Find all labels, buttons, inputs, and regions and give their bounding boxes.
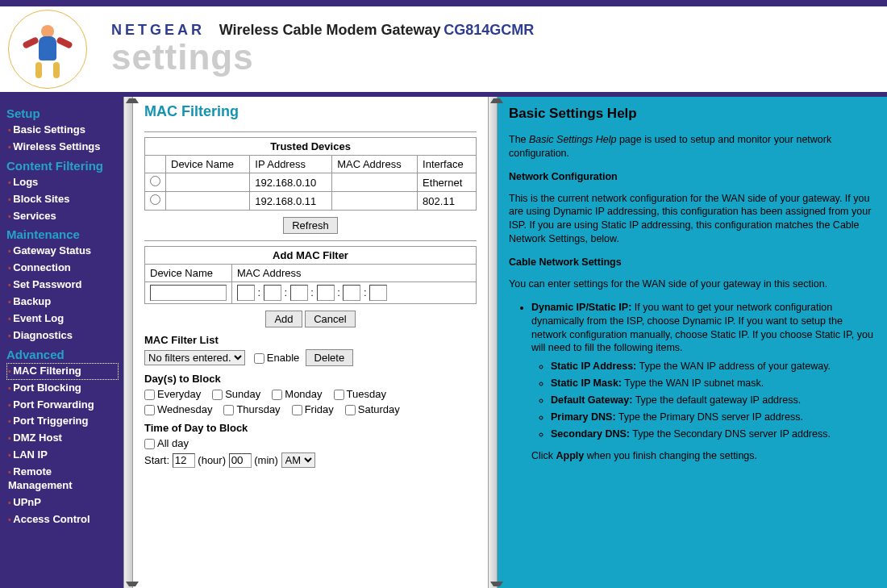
refresh-button[interactable]: Refresh [283, 217, 338, 234]
sidebar-item-block-sites[interactable]: Block Sites [6, 191, 119, 208]
add-button[interactable]: Add [265, 311, 302, 327]
sidebar-item-basic-settings[interactable]: Basic Settings [6, 122, 119, 139]
help-li-dynamic: Dynamic IP/Static IP: If you want to get… [531, 301, 874, 441]
day-tuesday-checkbox[interactable] [334, 390, 344, 400]
col-add-devname: Device Name [145, 265, 232, 282]
sidebar-item-set-password[interactable]: Set Password [6, 277, 119, 294]
main-content: MAC Filtering Trusted Devices Device Nam… [133, 97, 488, 588]
top-purple-bar [0, 0, 887, 6]
day-everyday-checkbox[interactable] [144, 390, 155, 400]
trusted-devices-table: Trusted Devices Device Name IP Address M… [144, 137, 477, 211]
sidebar-item-mac-filtering[interactable]: MAC Filtering [6, 363, 119, 380]
day-friday-checkbox[interactable] [292, 405, 302, 415]
sidebar-item-port-triggering[interactable]: Port Triggering [6, 413, 119, 430]
sidebar-item-event-log[interactable]: Event Log [6, 311, 119, 327]
mac-input-2[interactable] [264, 285, 281, 301]
trusted-title: Trusted Devices [145, 138, 477, 156]
add-filter-title: Add MAC Filter [145, 247, 477, 265]
sidebar-item-services[interactable]: Services [6, 208, 119, 225]
sidebar: SetupBasic SettingsWireless SettingsCont… [0, 97, 123, 588]
col-mac: MAC Address [332, 156, 418, 173]
day-monday-checkbox[interactable] [272, 390, 282, 400]
col-interface: Interface [418, 156, 477, 173]
page-title: MAC Filtering [144, 103, 477, 120]
start-ampm-select[interactable]: AM [281, 452, 315, 468]
day-saturday-checkbox[interactable] [345, 405, 356, 415]
sidebar-item-connection[interactable]: Connection [6, 260, 119, 277]
cancel-button[interactable]: Cancel [305, 311, 355, 327]
sidebar-item-gateway-status[interactable]: Gateway Status [6, 243, 119, 260]
table-row: 192.168.0.11 802.11 [145, 192, 477, 211]
mac-input-5[interactable] [343, 285, 360, 301]
scroll-divider-right[interactable] [488, 97, 498, 588]
help-netconf-heading: Network Configuration [509, 170, 874, 184]
sidebar-item-logs[interactable]: Logs [6, 174, 119, 191]
enable-checkbox[interactable] [254, 353, 264, 364]
page-subtitle: settings [111, 37, 887, 77]
table-row: 192.168.0.10 Ethernet [145, 173, 477, 192]
help-intro: The Basic Settings Help page is used to … [509, 133, 874, 161]
help-cable-heading: Cable Network Settings [509, 256, 874, 269]
day-wednesday-checkbox[interactable] [144, 405, 155, 415]
sidebar-section: Maintenance [6, 227, 119, 241]
filter-list-label: MAC Filter List [144, 334, 477, 346]
day-sunday-checkbox[interactable] [212, 390, 223, 400]
mac-input-4[interactable] [317, 285, 335, 301]
sidebar-item-lan-ip[interactable]: LAN IP [6, 447, 119, 464]
header: NETGEAR Wireless Cable Modem Gateway CG8… [0, 6, 887, 92]
sidebar-item-remote-management[interactable]: Remote Management [6, 464, 119, 494]
col-ip: IP Address [250, 156, 332, 173]
start-min-input[interactable] [229, 453, 252, 468]
sidebar-item-port-blocking[interactable]: Port Blocking [6, 380, 119, 397]
trusted-radio-0[interactable] [150, 176, 160, 186]
sidebar-item-dmz-host[interactable]: DMZ Host [6, 430, 119, 447]
trusted-radio-1[interactable] [150, 194, 160, 205]
help-apply: Click Apply when you finish changing the… [509, 449, 874, 463]
help-netconf-text: This is the current network configuratio… [509, 192, 874, 247]
help-panel: Basic Settings Help The Basic Settings H… [498, 97, 887, 588]
sidebar-section: Content Filtering [6, 159, 119, 173]
day-thursday-checkbox[interactable] [223, 405, 234, 415]
days-label: Day(s) to Block [144, 373, 477, 385]
sidebar-section: Advanced [6, 348, 119, 361]
filter-list-select[interactable]: No filters entered. [144, 350, 245, 365]
mac-input-6[interactable] [369, 285, 387, 301]
add-mac-filter-table: Add MAC Filter Device Name MAC Address :… [144, 246, 477, 304]
time-label: Time of Day to Block [144, 422, 477, 434]
brand-label: NETGEAR [111, 22, 205, 38]
sidebar-item-upnp[interactable]: UPnP [6, 494, 119, 511]
device-name-input[interactable] [150, 285, 227, 301]
col-add-mac: MAC Address [232, 265, 477, 282]
netgear-logo [8, 10, 87, 89]
help-cable-text: You can enter settings for the WAN side … [509, 277, 874, 291]
sidebar-item-port-forwarding[interactable]: Port Forwarding [6, 397, 119, 414]
start-hour-input[interactable] [173, 453, 195, 468]
sidebar-item-backup[interactable]: Backup [6, 294, 119, 311]
delete-button[interactable]: Delete [306, 349, 354, 366]
allday-checkbox[interactable] [144, 439, 155, 449]
scroll-divider-left[interactable] [123, 97, 133, 588]
mac-input-1[interactable] [237, 285, 255, 301]
mac-input-3[interactable] [290, 285, 308, 301]
col-device-name: Device Name [166, 156, 250, 173]
sidebar-section: Setup [6, 106, 119, 120]
model-label: CG814GCMR [444, 22, 534, 38]
product-label: Wireless Cable Modem Gateway [219, 22, 441, 38]
sidebar-item-diagnostics[interactable]: Diagnostics [6, 327, 119, 344]
sidebar-item-access-control[interactable]: Access Control [6, 511, 119, 528]
sidebar-item-wireless-settings[interactable]: Wireless Settings [6, 139, 119, 156]
help-title: Basic Settings Help [509, 105, 874, 123]
